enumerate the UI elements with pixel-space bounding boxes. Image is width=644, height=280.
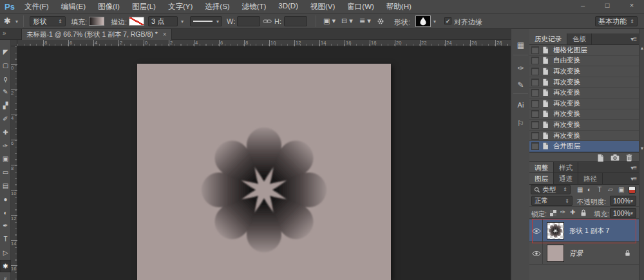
layer-filter-toggle[interactable]: [629, 186, 636, 194]
character-panel-icon[interactable]: Ai: [511, 101, 530, 109]
workspace-dropdown[interactable]: 基本功能⇕: [595, 16, 638, 26]
scroll-up-icon[interactable]: ▲: [639, 46, 644, 50]
menu-item-5[interactable]: 选择(S): [205, 2, 229, 12]
lock-transparency-icon[interactable]: [550, 210, 556, 218]
clone-source-panel-icon[interactable]: ✎: [511, 80, 530, 89]
tab-paths[interactable]: 路径: [578, 173, 603, 184]
lock-pixels-icon[interactable]: ✑: [560, 209, 565, 216]
smart-object-filter-icon[interactable]: ▣: [618, 186, 624, 193]
settings-gear-icon[interactable]: [377, 17, 384, 25]
menu-item-4[interactable]: 文字(Y): [168, 2, 193, 12]
tab-styles[interactable]: 样式: [554, 162, 578, 173]
brush-tool[interactable]: ✑: [0, 140, 11, 152]
path-alignment-icon[interactable]: ⊟ ▾: [341, 17, 353, 25]
blur-tool[interactable]: ●: [0, 193, 11, 205]
panel-menu-icon[interactable]: ▾≡: [630, 175, 636, 182]
visibility-column[interactable]: [529, 242, 543, 265]
menu-item-6[interactable]: 滤镜(T): [242, 2, 267, 12]
scroll-down-icon[interactable]: ▼: [639, 146, 644, 151]
layer-filter-type-dropdown[interactable]: 类型⇕: [531, 185, 571, 194]
history-source-well[interactable]: [531, 57, 539, 64]
lock-position-icon[interactable]: ✚: [570, 209, 575, 216]
menu-item-2[interactable]: 图像(I): [98, 2, 120, 12]
minimize-button[interactable]: –: [576, 1, 590, 9]
shape-picker-swatch[interactable]: [415, 15, 431, 27]
move-tool[interactable]: ◤: [0, 46, 11, 58]
eye-icon[interactable]: [532, 228, 541, 234]
history-entry-7[interactable]: 再次变换: [529, 120, 639, 131]
layer-row-background[interactable]: 背景: [529, 242, 639, 265]
vertical-ruler[interactable]: 0246810121416: [11, 46, 17, 280]
spot-healing-tool[interactable]: ✚: [0, 126, 11, 138]
fill-dropdown[interactable]: 100%▾: [610, 208, 636, 218]
clone-stamp-tool[interactable]: ▣: [0, 153, 11, 165]
history-entry-5[interactable]: 再次变换: [529, 98, 639, 109]
tab-adjustments[interactable]: 调整: [529, 162, 554, 173]
history-source-well[interactable]: [531, 68, 539, 75]
history-entry-4[interactable]: 再次变换: [529, 88, 639, 98]
swatches-panel-icon[interactable]: ▦: [511, 41, 530, 50]
width-input[interactable]: [237, 16, 260, 26]
hand-tool[interactable]: ✌: [0, 274, 11, 280]
blend-mode-dropdown[interactable]: 正常⇕: [531, 196, 573, 206]
history-entry-8[interactable]: 再次变换: [529, 131, 639, 142]
path-arrange-icon[interactable]: ≣ ▾: [359, 17, 371, 25]
tab-layers[interactable]: 图层: [529, 173, 554, 184]
menu-item-9[interactable]: 窗口(W): [347, 2, 374, 12]
menu-item-8[interactable]: 视图(V): [310, 2, 335, 12]
quick-selection-tool[interactable]: ✎: [0, 86, 11, 98]
history-source-well[interactable]: [531, 121, 539, 129]
close-button[interactable]: ×: [625, 1, 639, 9]
history-entry-6[interactable]: 再次变换: [529, 109, 639, 120]
fill-swatch-gradient[interactable]: [89, 17, 104, 26]
menu-item-3[interactable]: 图层(L): [132, 2, 156, 12]
shape-filter-icon[interactable]: ▱: [608, 186, 613, 193]
new-snapshot-camera-icon[interactable]: [611, 154, 620, 161]
menu-item-1[interactable]: 编辑(E): [61, 2, 86, 12]
layer-thumbnail[interactable]: [547, 222, 564, 239]
stroke-swatch-none[interactable]: [129, 17, 144, 26]
path-operations-icon[interactable]: ▣ ▾: [323, 17, 336, 25]
tool-preset-arrow-icon[interactable]: ▾: [15, 19, 18, 24]
brush-panel-icon[interactable]: ✑: [511, 64, 530, 73]
link-dimensions-icon[interactable]: [263, 19, 272, 24]
path-selection-tool[interactable]: ▷: [0, 247, 11, 259]
document-tab[interactable]: 未标题-1 @ 66.7% (形状 1 副本 7, RGB/8) * ×: [21, 29, 172, 40]
restore-button[interactable]: □: [600, 1, 614, 9]
history-entry-9[interactable]: 合并图层: [529, 141, 639, 152]
layer-name[interactable]: 背景: [569, 249, 583, 258]
history-source-well[interactable]: [531, 89, 539, 97]
eye-icon[interactable]: [532, 250, 541, 257]
tab-channels[interactable]: 通道: [554, 173, 578, 184]
opacity-dropdown[interactable]: 100%▾: [610, 196, 636, 206]
panel-menu-icon[interactable]: ▾≡: [630, 35, 636, 42]
marquee-tool[interactable]: ▢: [0, 59, 11, 71]
paragraph-panel-icon[interactable]: ⚐: [511, 119, 530, 128]
history-source-well[interactable]: [531, 79, 539, 86]
menu-item-0[interactable]: 文件(F): [24, 2, 49, 12]
menu-item-10[interactable]: 帮助(H): [386, 2, 412, 12]
tool-mode-dropdown[interactable]: 形状⇕: [30, 16, 66, 26]
shape-picker-arrow-icon[interactable]: ▾: [433, 19, 436, 24]
dodge-tool[interactable]: ◐: [0, 207, 11, 219]
history-source-well[interactable]: [531, 142, 539, 150]
history-entry-3[interactable]: 再次变换: [529, 77, 639, 88]
align-edges-checkbox[interactable]: ✓: [444, 17, 451, 24]
delete-state-trash-icon[interactable]: [626, 154, 632, 162]
document-canvas[interactable]: [137, 64, 391, 280]
eyedropper-tool[interactable]: ✐: [0, 113, 11, 125]
toolbar-collapse-icon[interactable]: »: [3, 30, 6, 37]
history-source-well[interactable]: [531, 132, 539, 140]
layer-thumbnail[interactable]: [547, 245, 564, 262]
history-source-well[interactable]: [531, 110, 539, 118]
lasso-tool[interactable]: ϙ: [0, 73, 11, 85]
stroke-style-dropdown[interactable]: ▾: [190, 16, 222, 26]
lock-all-icon[interactable]: [580, 209, 587, 217]
history-source-well[interactable]: [531, 100, 539, 107]
layer-row-shape-copy[interactable]: 形状 1 副本 7: [529, 219, 639, 242]
custom-shape-tool[interactable]: ✱: [0, 260, 11, 272]
history-entry-1[interactable]: 自由变换: [529, 56, 639, 67]
visibility-column[interactable]: [529, 219, 543, 242]
layer-name[interactable]: 形状 1 副本 7: [569, 227, 609, 236]
image-filter-icon[interactable]: ▦: [577, 186, 583, 193]
